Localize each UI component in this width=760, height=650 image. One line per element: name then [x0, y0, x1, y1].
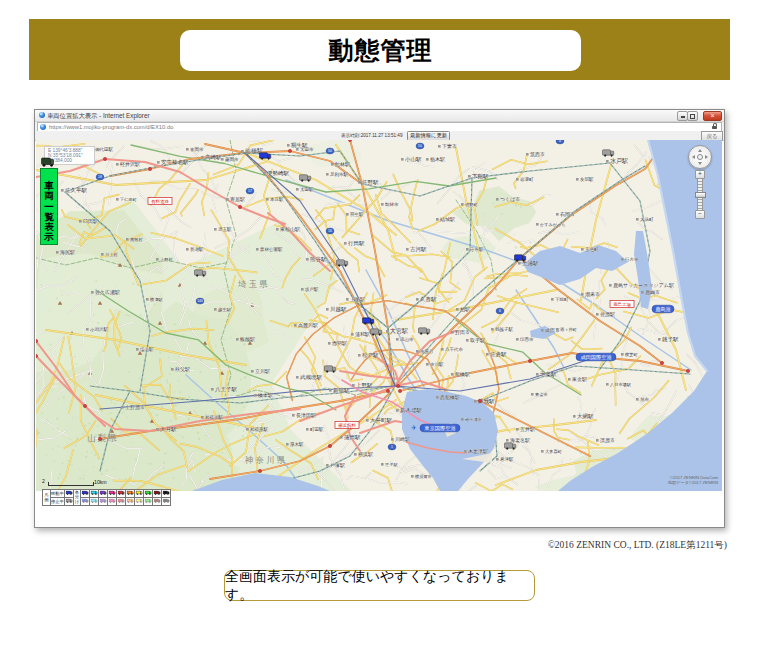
- svg-text:銚子駅: 銚子駅: [662, 336, 679, 343]
- svg-text:松戸駅: 松戸駅: [362, 352, 379, 358]
- svg-text:行方市: 行方市: [624, 257, 639, 262]
- svg-text:栃木駅: 栃木駅: [430, 156, 445, 163]
- svg-text:上野原市: 上野原市: [125, 404, 145, 410]
- svg-text:友部駅: 友部駅: [580, 176, 594, 182]
- svg-text:羽生駅: 羽生駅: [350, 211, 364, 217]
- svg-text:佐倉駅: 佐倉駅: [490, 351, 507, 357]
- svg-text:守谷駅: 守谷駅: [470, 246, 484, 252]
- svg-text:東松山駅: 東松山駅: [280, 226, 300, 232]
- svg-text:川崎駅: 川崎駅: [395, 436, 410, 442]
- svg-text:50: 50: [418, 144, 422, 148]
- svg-text:立川駅: 立川駅: [255, 368, 270, 374]
- svg-text:本庄駅: 本庄駅: [270, 196, 284, 202]
- svg-text:軽井沢駅: 軽井沢駅: [120, 161, 140, 167]
- svg-text:佐久広瀬駅: 佐久広瀬駅: [95, 289, 120, 296]
- svg-text:五井駅: 五井駅: [520, 426, 535, 432]
- svg-text:高麗川駅: 高麗川駅: [298, 322, 318, 329]
- svg-text:森林公園駅: 森林公園駅: [260, 246, 283, 252]
- svg-text:旭市: 旭市: [640, 397, 650, 402]
- svg-text:浦和駅: 浦和駅: [355, 331, 370, 338]
- svg-text:小淵沢駅: 小淵沢駅: [90, 326, 109, 332]
- svg-text:市川駅: 市川駅: [430, 361, 444, 367]
- svg-text:下総町: 下総町: [555, 297, 569, 302]
- svg-text:佐久平駅: 佐久平駅: [65, 187, 88, 193]
- svg-text:取手駅: 取手駅: [470, 337, 485, 343]
- svg-text:古河駅: 古河駅: [410, 246, 427, 253]
- svg-text:新宿駅: 新宿駅: [333, 387, 350, 394]
- svg-text:18: 18: [98, 175, 102, 179]
- svg-text:6: 6: [499, 309, 501, 313]
- svg-text:高崎駅: 高崎駅: [205, 154, 222, 160]
- svg-text:山梨県: 山梨県: [87, 433, 119, 443]
- svg-text:大井町駅: 大井町駅: [370, 417, 393, 423]
- svg-text:木更津駅: 木更津駅: [468, 448, 488, 455]
- svg-text:長津田駅: 長津田駅: [296, 412, 316, 419]
- svg-text:横須賀市: 横須賀市: [414, 474, 432, 479]
- svg-text:長瀞駅: 長瀞駅: [190, 246, 204, 252]
- svg-text:成田国際空港: 成田国際空港: [580, 354, 611, 361]
- svg-text:鹿島港: 鹿島港: [655, 306, 671, 313]
- svg-text:久喜駅: 久喜駅: [420, 296, 437, 302]
- svg-text:相模原駅: 相模原駅: [250, 426, 269, 432]
- svg-text:安中榛名駅: 安中榛名駅: [161, 159, 189, 165]
- svg-text:町田駅: 町田駅: [310, 426, 324, 432]
- svg-text:上尾駅: 上尾駅: [350, 296, 365, 302]
- svg-text:御代田駅: 御代田駅: [95, 146, 114, 152]
- svg-text:八千代市: 八千代市: [445, 347, 464, 352]
- svg-text:東金市: 東金市: [535, 392, 548, 397]
- svg-text:大網駅: 大網駅: [577, 413, 594, 419]
- svg-text:柏駅: 柏駅: [459, 306, 470, 313]
- svg-text:酒々井町: 酒々井町: [560, 327, 578, 332]
- svg-text:館林市: 館林市: [385, 202, 399, 207]
- svg-text:足利市駅: 足利市駅: [330, 171, 349, 177]
- svg-text:戸塚駅: 戸塚駅: [330, 462, 345, 468]
- svg-text:武蔵境駅: 武蔵境駅: [300, 374, 323, 381]
- svg-text:大洗町: 大洗町: [640, 217, 654, 222]
- svg-text:寄居駅: 寄居駅: [230, 196, 245, 202]
- svg-text:結城駅: 結城駅: [439, 216, 455, 222]
- svg-text:富岡市: 富岡市: [190, 147, 204, 152]
- svg-text:赤羽駅: 赤羽駅: [331, 340, 347, 347]
- svg-text:臼田駅: 臼田駅: [83, 218, 98, 224]
- svg-text:1: 1: [391, 445, 393, 449]
- svg-text:小山駅: 小山駅: [404, 156, 422, 162]
- svg-text:埼玉県: 埼玉県: [237, 279, 270, 289]
- svg-text:野田市: 野田市: [455, 329, 470, 335]
- svg-text:茂原市: 茂原市: [600, 437, 615, 443]
- svg-text:西船橋駅: 西船橋駅: [440, 394, 460, 401]
- svg-text:大月駅: 大月駅: [160, 426, 177, 433]
- svg-text:新木場駅: 新木場駅: [400, 407, 423, 414]
- svg-text:蒲田駅: 蒲田駅: [344, 434, 361, 441]
- svg-text:坂戸駅: 坂戸駅: [304, 286, 319, 292]
- svg-text:君津駅: 君津駅: [500, 456, 514, 462]
- svg-text:藤岡市: 藤岡市: [225, 157, 239, 162]
- svg-text:熊谷駅: 熊谷駅: [310, 256, 327, 262]
- svg-text:印西市: 印西市: [520, 336, 534, 342]
- svg-text:つくば市: つくば市: [500, 196, 520, 202]
- svg-text:飯能駅: 飯能駅: [240, 336, 255, 343]
- svg-text:八王子駅: 八王子駅: [215, 386, 238, 393]
- svg-text:下妻市: 下妻市: [442, 143, 457, 149]
- svg-text:我孫子駅: 我孫子駅: [495, 326, 514, 332]
- svg-text:館林駅: 館林駅: [335, 161, 350, 168]
- svg-text:流山市: 流山市: [399, 337, 414, 342]
- svg-text:玉造町: 玉造町: [585, 247, 599, 252]
- svg-text:潮来市: 潮来市: [585, 291, 600, 298]
- svg-text:横浜駅: 横浜駅: [358, 451, 373, 458]
- svg-text:✈: ✈: [411, 424, 417, 431]
- svg-text:児玉駅: 児玉駅: [218, 226, 232, 232]
- svg-text:横瀬駅: 横瀬駅: [149, 297, 163, 302]
- svg-text:塩山駅: 塩山駅: [139, 346, 154, 352]
- svg-text:船橋駅: 船橋駅: [455, 371, 470, 378]
- svg-text:大多喜町: 大多喜町: [545, 449, 563, 454]
- svg-text:東京国際空港: 東京国際空港: [423, 425, 455, 432]
- svg-text:橋本駅: 橋本駅: [257, 392, 273, 398]
- svg-text:石岡市: 石岡市: [560, 211, 575, 218]
- svg-text:市原台: 市原台: [420, 349, 434, 354]
- svg-text:有料道路: 有料道路: [151, 199, 169, 204]
- svg-text:鹿島サッカースタジアム駅: 鹿島サッカースタジアム駅: [613, 282, 674, 289]
- svg-text:太田市: 太田市: [300, 147, 314, 152]
- svg-text:鹿嶋市: 鹿嶋市: [645, 289, 660, 296]
- svg-text:上野駅: 上野駅: [356, 382, 373, 388]
- svg-text:佐原駅: 佐原駅: [600, 311, 615, 317]
